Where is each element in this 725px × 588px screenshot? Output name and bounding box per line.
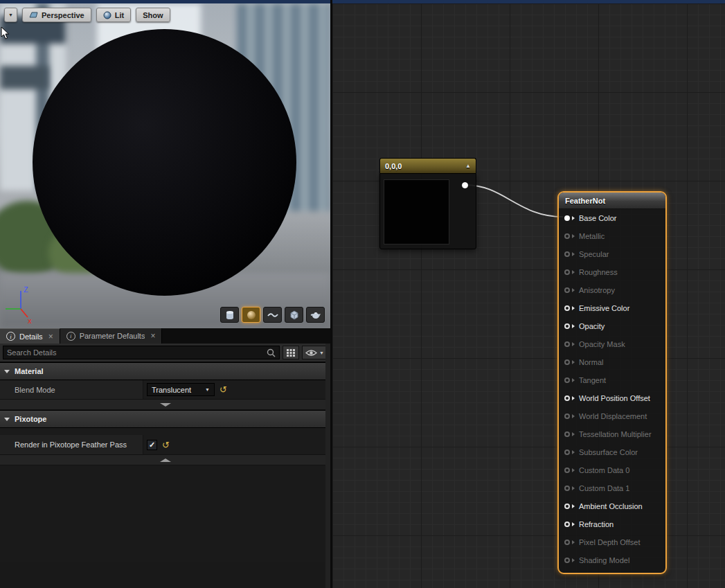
material-advanced-expander[interactable] bbox=[0, 400, 330, 410]
material-input-pin-row[interactable]: Ambient Occlusion bbox=[559, 497, 665, 515]
perspective-button[interactable]: Perspective bbox=[22, 8, 91, 22]
pin-circle-icon[interactable] bbox=[564, 395, 570, 401]
preview-mesh-teapot-button[interactable] bbox=[306, 307, 325, 323]
search-input[interactable] bbox=[7, 348, 267, 357]
material-input-pin-row: Shading Model bbox=[559, 551, 665, 569]
details-scrollbar[interactable] bbox=[325, 344, 330, 588]
pin-circle-icon bbox=[564, 558, 570, 563]
pin-label: Shading Model bbox=[579, 556, 629, 564]
material-result-node[interactable]: FeatherNot Base ColorMetallicSpecularRou… bbox=[557, 191, 667, 574]
material-input-pin-row[interactable]: Refraction bbox=[559, 515, 665, 533]
reset-to-default-icon[interactable]: ↺ bbox=[220, 385, 227, 394]
material-input-pin-row: Metallic bbox=[559, 227, 665, 245]
material-input-pin-row[interactable]: Base Color bbox=[559, 209, 665, 227]
material-input-pin-row: Opacity Mask bbox=[559, 335, 665, 353]
pin-label: Subsurface Color bbox=[579, 448, 638, 456]
axis-x-label: x bbox=[28, 317, 32, 324]
category-material-title: Material bbox=[15, 367, 44, 375]
pin-label: Anisotropy bbox=[579, 286, 615, 294]
pin-arrow-icon bbox=[572, 342, 575, 346]
material-preview-sphere bbox=[33, 29, 296, 296]
pin-circle-icon bbox=[564, 341, 570, 347]
pixotope-collapse-expander[interactable] bbox=[0, 455, 330, 465]
category-header-pixotope[interactable]: Pixotope bbox=[0, 410, 330, 428]
background-window-band-2 bbox=[0, 66, 48, 89]
constant-vector-node[interactable]: 0,0,0 ▲ bbox=[379, 158, 476, 249]
show-button-label: Show bbox=[143, 11, 163, 19]
pin-circle-icon[interactable] bbox=[564, 215, 570, 221]
pin-circle-icon bbox=[564, 233, 570, 239]
preview-mesh-plane-button[interactable] bbox=[263, 307, 282, 323]
material-editor-window: ▼ Perspective Lit bbox=[0, 0, 725, 588]
plane-wave-icon bbox=[267, 312, 278, 319]
pin-circle-icon bbox=[564, 467, 570, 473]
pin-arrow-icon bbox=[572, 432, 575, 436]
material-input-pin-row: Pixel Depth Offset bbox=[559, 533, 665, 551]
connection-wire bbox=[465, 185, 563, 217]
pin-label: Tangent bbox=[579, 376, 606, 384]
pin-label: Ambient Occlusion bbox=[579, 502, 643, 510]
material-input-pin-row[interactable]: Emissive Color bbox=[559, 299, 665, 317]
pin-label: Refraction bbox=[579, 520, 614, 528]
pin-arrow-icon bbox=[572, 414, 575, 418]
feather-pass-checkbox[interactable]: ✓ bbox=[147, 440, 157, 450]
details-tab-bar: i Details × i Parameter Defaults × bbox=[0, 328, 330, 344]
pin-circle-icon bbox=[564, 485, 570, 491]
material-graph-canvas[interactable]: 0,0,0 ▲ FeatherNot Base ColorMetallicSpe… bbox=[332, 3, 725, 588]
pin-label: Specular bbox=[579, 250, 609, 258]
pin-circle-icon[interactable] bbox=[564, 305, 570, 311]
pin-arrow-icon bbox=[572, 486, 575, 490]
pin-circle-icon[interactable] bbox=[564, 522, 570, 527]
pin-arrow-icon bbox=[572, 234, 575, 238]
viewport-options-dropdown-button[interactable]: ▼ bbox=[4, 8, 17, 22]
view-options-button[interactable]: ▼ bbox=[302, 346, 328, 359]
sphere-icon bbox=[247, 310, 256, 320]
lit-button[interactable]: Lit bbox=[96, 8, 131, 22]
details-search-box[interactable] bbox=[3, 346, 280, 359]
property-matrix-button[interactable] bbox=[283, 346, 299, 359]
material-preview-viewport[interactable]: ▼ Perspective Lit bbox=[0, 3, 330, 328]
blend-mode-dropdown[interactable]: Translucent ▼ bbox=[147, 383, 215, 396]
show-button[interactable]: Show bbox=[136, 8, 170, 22]
constant-node-title: 0,0,0 bbox=[385, 162, 402, 170]
pin-label: World Position Offset bbox=[579, 394, 650, 402]
material-input-pin-row: Tessellation Multiplier bbox=[559, 425, 665, 443]
pin-arrow-icon bbox=[572, 558, 575, 562]
material-input-pin-row[interactable]: World Position Offset bbox=[559, 389, 665, 407]
material-input-pin-row[interactable]: Opacity bbox=[559, 317, 665, 335]
pin-circle-icon[interactable] bbox=[564, 323, 570, 329]
pin-circle-icon[interactable] bbox=[564, 504, 570, 509]
tab-parameter-defaults[interactable]: i Parameter Defaults × bbox=[60, 328, 163, 344]
mouse-cursor bbox=[1, 26, 10, 40]
material-input-pin-row: Custom Data 0 bbox=[559, 461, 665, 479]
preview-mesh-cylinder-button[interactable] bbox=[220, 307, 239, 323]
category-header-material[interactable]: Material bbox=[0, 362, 330, 380]
material-input-pin-row: World Displacement bbox=[559, 407, 665, 425]
reset-to-default-icon[interactable]: ↺ bbox=[162, 440, 170, 449]
pin-circle-icon bbox=[564, 449, 570, 455]
preview-mesh-cube-button[interactable] bbox=[285, 307, 303, 323]
tab-details[interactable]: i Details × bbox=[0, 328, 60, 344]
pin-label: Emissive Color bbox=[579, 304, 629, 312]
material-node-header[interactable]: FeatherNot bbox=[559, 193, 665, 209]
tab-details-close-icon[interactable]: × bbox=[47, 332, 53, 341]
collapse-node-icon[interactable]: ▲ bbox=[465, 163, 471, 169]
lit-button-label: Lit bbox=[115, 11, 124, 19]
blend-mode-value-cell: Translucent ▼ ↺ bbox=[143, 380, 330, 399]
axis-z-label: Z bbox=[24, 285, 28, 294]
pin-arrow-icon bbox=[572, 378, 575, 382]
pin-arrow-icon bbox=[572, 216, 575, 220]
expand-down-icon bbox=[160, 403, 171, 407]
pin-label: Custom Data 0 bbox=[579, 466, 629, 474]
preview-mesh-sphere-button[interactable] bbox=[242, 307, 260, 323]
material-input-pin-row: Anisotropy bbox=[559, 281, 665, 299]
tab-parameter-defaults-close-icon[interactable]: × bbox=[149, 332, 155, 340]
pin-circle-icon bbox=[564, 413, 570, 419]
pin-circle-icon bbox=[564, 377, 570, 383]
pin-arrow-icon bbox=[572, 450, 575, 454]
output-pin[interactable] bbox=[462, 182, 468, 188]
material-input-pin-row: Normal bbox=[559, 353, 665, 371]
search-icon bbox=[267, 348, 276, 357]
color-swatch[interactable] bbox=[384, 179, 449, 244]
constant-node-header[interactable]: 0,0,0 ▲ bbox=[379, 158, 476, 173]
